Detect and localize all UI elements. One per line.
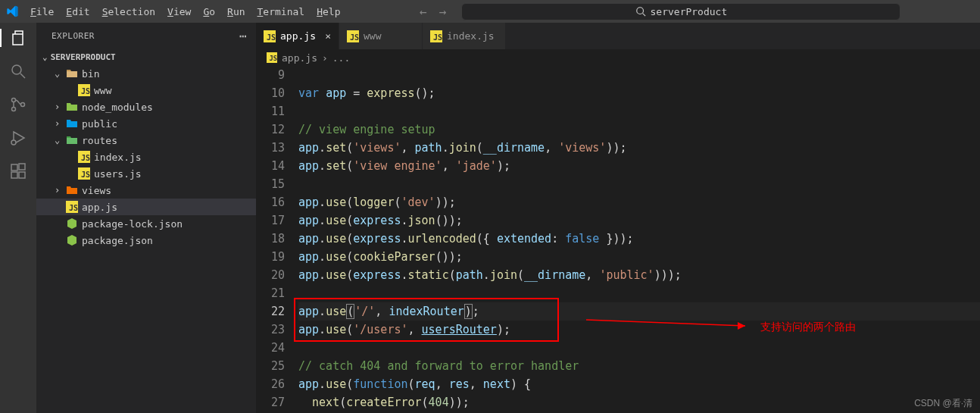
svg-point-2 xyxy=(12,65,21,74)
breadcrumb-sep: › xyxy=(322,52,328,64)
tab-www[interactable]: JSwww xyxy=(339,23,423,49)
svg-text:JS: JS xyxy=(81,154,90,162)
tab-app[interactable]: JSapp.js× xyxy=(256,23,339,49)
gutter: 9101112131415161718192021222324252627 xyxy=(256,66,298,413)
svg-text:JS: JS xyxy=(81,87,90,95)
npm-icon xyxy=(65,234,79,246)
tree-file-app[interactable]: JSapp.js xyxy=(36,199,256,215)
js-icon: JS xyxy=(347,30,359,42)
svg-rect-9 xyxy=(11,172,17,178)
nav-arrows: ← → xyxy=(420,5,446,19)
command-center[interactable]: serverProduct xyxy=(461,3,900,20)
chevron-down-icon: ⌄ xyxy=(55,135,65,145)
code[interactable]: var app = express(); // view engine setu… xyxy=(298,66,980,413)
menu-edit[interactable]: Edit xyxy=(60,3,95,20)
svg-text:JS: JS xyxy=(81,171,90,179)
svg-point-0 xyxy=(636,8,643,14)
tree-folder-views[interactable]: ›views xyxy=(36,182,256,199)
svg-text:JS: JS xyxy=(433,33,442,42)
tree-file-pkglock[interactable]: package-lock.json xyxy=(36,215,256,232)
file-tree: ⌄bin JSwww ›node_modules ›public ⌄routes… xyxy=(36,65,256,249)
svg-text:JS: JS xyxy=(69,204,78,212)
menu-run[interactable]: Run xyxy=(221,3,251,20)
tree-folder-bin[interactable]: ⌄bin xyxy=(36,65,256,82)
js-icon: JS xyxy=(77,167,91,180)
chevron-right-icon: › xyxy=(55,102,65,112)
nav-back[interactable]: ← xyxy=(420,5,427,19)
nav-forward[interactable]: → xyxy=(439,5,447,19)
breadcrumb-more: ... xyxy=(332,52,350,64)
menu-view[interactable]: View xyxy=(161,3,197,20)
tree-file-users[interactable]: JSusers.js xyxy=(36,165,256,182)
js-icon: JS xyxy=(264,30,276,42)
chevron-right-icon: › xyxy=(55,185,65,196)
svg-point-5 xyxy=(12,108,16,111)
editor-group: JSapp.js× JSwww JSindex.js JS app.js › .… xyxy=(256,23,980,413)
tabs: JSapp.js× JSwww JSindex.js xyxy=(256,23,980,49)
tree-file-pkg[interactable]: package.json xyxy=(36,232,256,249)
chevron-down-icon: ⌄ xyxy=(42,52,48,62)
js-icon: JS xyxy=(77,151,91,163)
tree-folder-public[interactable]: ›public xyxy=(36,115,256,132)
svg-text:JS: JS xyxy=(350,33,359,42)
svg-text:JS: JS xyxy=(270,55,278,62)
activity-explorer[interactable] xyxy=(10,29,28,47)
js-icon: JS xyxy=(430,30,442,42)
folder-icon xyxy=(65,101,79,113)
code-area[interactable]: 9101112131415161718192021222324252627 va… xyxy=(256,66,980,413)
tree-file-www[interactable]: JSwww xyxy=(36,82,256,99)
menu-selection[interactable]: Selection xyxy=(96,3,161,20)
svg-rect-10 xyxy=(19,172,25,178)
search-text: serverProduct xyxy=(651,6,728,17)
activity-debug[interactable] xyxy=(9,129,27,147)
svg-rect-8 xyxy=(11,164,17,171)
close-icon[interactable]: × xyxy=(325,30,331,42)
chevron-down-icon: ⌄ xyxy=(55,68,65,79)
watermark: CSDN @看·清 xyxy=(914,397,972,410)
svg-point-6 xyxy=(21,103,25,107)
sidebar-more-icon[interactable]: ⋯ xyxy=(239,29,247,43)
svg-point-7 xyxy=(11,140,16,145)
svg-line-3 xyxy=(20,74,25,78)
sidebar-header: EXPLORER ⋯ xyxy=(36,23,256,49)
project-header[interactable]: ⌄ SERVERPRODUCT xyxy=(36,49,256,65)
svg-rect-11 xyxy=(19,164,25,170)
activity-scm[interactable] xyxy=(9,95,27,114)
activity-bar xyxy=(0,23,36,413)
menu-help[interactable]: Help xyxy=(311,3,346,20)
menu-terminal[interactable]: Terminal xyxy=(251,3,311,20)
folder-icon xyxy=(65,184,79,196)
breadcrumb-file: app.js xyxy=(282,52,317,64)
titlebar: FFileile Edit Selection View Go Run Term… xyxy=(0,0,980,23)
npm-icon xyxy=(65,217,79,230)
svg-point-4 xyxy=(12,99,16,102)
project-name: SERVERPRODUCT xyxy=(51,52,116,62)
breadcrumb[interactable]: JS app.js › ... xyxy=(256,49,980,66)
activity-search[interactable] xyxy=(9,62,27,80)
folder-icon xyxy=(65,134,79,146)
vscode-icon xyxy=(6,5,18,17)
tab-index[interactable]: JSindex.js xyxy=(423,23,506,49)
tree-folder-node-modules[interactable]: ›node_modules xyxy=(36,99,256,115)
svg-line-1 xyxy=(642,14,645,17)
search-icon xyxy=(635,6,646,17)
svg-text:JS: JS xyxy=(267,33,276,42)
js-icon: JS xyxy=(77,84,91,96)
js-icon: JS xyxy=(267,52,277,63)
tree-file-index[interactable]: JSindex.js xyxy=(36,149,256,165)
menu-file[interactable]: FFileile xyxy=(24,3,60,20)
menu-go[interactable]: Go xyxy=(197,3,221,20)
titlebar-center: ← → serverProduct xyxy=(346,3,974,20)
chevron-right-icon: › xyxy=(55,118,65,129)
activity-extensions[interactable] xyxy=(9,162,27,180)
sidebar: EXPLORER ⋯ ⌄ SERVERPRODUCT ⌄bin JSwww ›n… xyxy=(36,23,256,413)
folder-icon xyxy=(65,117,79,130)
folder-icon xyxy=(65,67,79,80)
sidebar-title: EXPLORER xyxy=(51,31,95,41)
main: EXPLORER ⋯ ⌄ SERVERPRODUCT ⌄bin JSwww ›n… xyxy=(0,23,980,413)
tree-folder-routes[interactable]: ⌄routes xyxy=(36,132,256,149)
js-icon: JS xyxy=(65,201,79,213)
menu-bar: FFileile Edit Selection View Go Run Term… xyxy=(24,3,346,20)
